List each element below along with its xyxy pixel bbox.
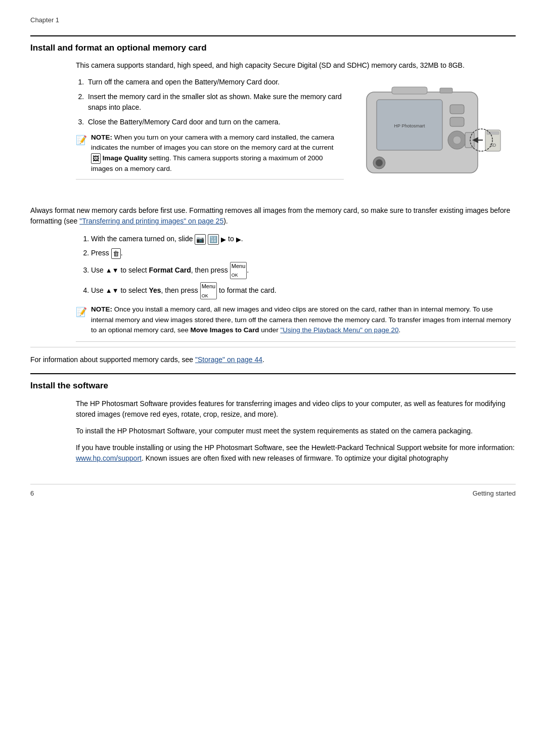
arrow-right-icon: ▶: [221, 236, 226, 243]
camera-image-col: HP Photosmart: [354, 77, 516, 198]
svg-rect-16: [440, 88, 452, 93]
svg-text:HP Photosmart: HP Photosmart: [394, 123, 425, 128]
step-1: Turn off the camera and open the Battery…: [86, 77, 344, 87]
transferring-link[interactable]: "Transferring and printing images" on pa…: [79, 217, 223, 225]
section2-para1: The HP Photosmart Software provides feat…: [76, 398, 516, 420]
format-step-3: Use ▲▼ to select Format Card, then press…: [91, 262, 516, 279]
storage-info-after: .: [262, 355, 264, 364]
playback-icon: ▶: [236, 236, 241, 243]
section2-para2: To install the HP Photosmart Software, y…: [76, 426, 516, 436]
svg-rect-9: [465, 132, 474, 148]
camera-illustration: HP Photosmart: [361, 77, 508, 198]
note-prefix-1: NOTE:: [91, 134, 112, 141]
format-steps-list: With the camera turned on, slide 📷 🔢 ▶ t…: [76, 234, 516, 299]
svg-rect-4: [450, 117, 464, 126]
image-quality-label: Image Quality: [103, 154, 148, 162]
svg-point-6: [453, 136, 461, 144]
page-footer: 6 Getting started: [30, 484, 516, 499]
trash-icon: 🗑: [111, 248, 121, 259]
svg-rect-3: [450, 105, 464, 114]
section2-para3-before: If you have trouble installing or using …: [76, 443, 515, 452]
yes-label: Yes: [149, 286, 161, 294]
note-box-2: 📝 NOTE: Once you install a memory card, …: [76, 304, 516, 342]
section-label: Getting started: [473, 488, 516, 499]
storage-info: For information about supported memory c…: [30, 354, 516, 365]
format-step-2: Press 🗑.: [91, 248, 516, 259]
up-down-arrows-4: ▲▼: [106, 287, 119, 295]
up-down-arrows-3: ▲▼: [106, 266, 119, 274]
chapter-label: Chapter 1: [30, 15, 516, 25]
format-intro: Always format new memory cards before fi…: [30, 205, 516, 227]
camera-mode-icon: 📷: [195, 234, 206, 245]
menu-ok-btn-4: MenuOK: [200, 282, 217, 299]
move-images-label: Move Images to Card: [191, 326, 259, 334]
to-word: to: [228, 235, 234, 243]
format-step-4: Use ▲▼ to select Yes, then press MenuOK …: [91, 282, 516, 299]
image-quality-icon: 🖼: [91, 153, 101, 164]
page-number: 6: [30, 488, 34, 499]
note-box-1: 📝 NOTE: When you turn on your camera wit…: [76, 132, 344, 180]
svg-rect-12: [487, 131, 499, 135]
note-body-2b: under: [259, 326, 280, 334]
format-intro-suffix: ).: [223, 217, 228, 225]
section1-title: Install and format an optional memory ca…: [30, 35, 516, 55]
step-2: Insert the memory card in the smaller sl…: [86, 92, 344, 113]
storage-info-before: For information about supported memory c…: [30, 355, 195, 364]
format-step-1: With the camera turned on, slide 📷 🔢 ▶ t…: [91, 234, 516, 245]
menu-ok-btn-3: MenuOK: [230, 262, 247, 279]
playback-menu-link[interactable]: "Using the Playback Menu" on page 20: [280, 326, 398, 334]
steps-list: Turn off the camera and open the Battery…: [76, 77, 344, 127]
note-text-2: NOTE: Once you install a memory card, al…: [91, 304, 516, 335]
hp-support-link[interactable]: www.hp.com/support: [76, 454, 142, 462]
storage-link[interactable]: "Storage" on page 44: [195, 355, 262, 364]
svg-text:SD: SD: [490, 143, 496, 148]
note-icon-1: 📝: [76, 134, 87, 174]
section2-para3: If you have trouble installing or using …: [76, 442, 516, 464]
svg-point-8: [376, 159, 383, 166]
svg-rect-15: [392, 87, 427, 94]
note-body-2c: .: [398, 326, 400, 334]
section2-para3-after: . Known issues are often fixed with new …: [142, 454, 448, 462]
quality-icon: 🔢: [208, 234, 219, 245]
separator-1: [30, 347, 516, 347]
note-text-1: NOTE: When you turn on your camera with …: [91, 132, 344, 174]
section2-title: Install the software: [30, 373, 516, 392]
step-3: Close the Battery/Memory Card door and t…: [86, 117, 344, 127]
section1-intro: This camera supports standard, high spee…: [76, 60, 516, 71]
note-icon-2: 📝: [76, 305, 87, 335]
format-card-label: Format Card: [149, 266, 191, 274]
note-body-1: When you turn on your camera with a memo…: [91, 134, 334, 151]
note-prefix-2: NOTE:: [91, 305, 112, 313]
